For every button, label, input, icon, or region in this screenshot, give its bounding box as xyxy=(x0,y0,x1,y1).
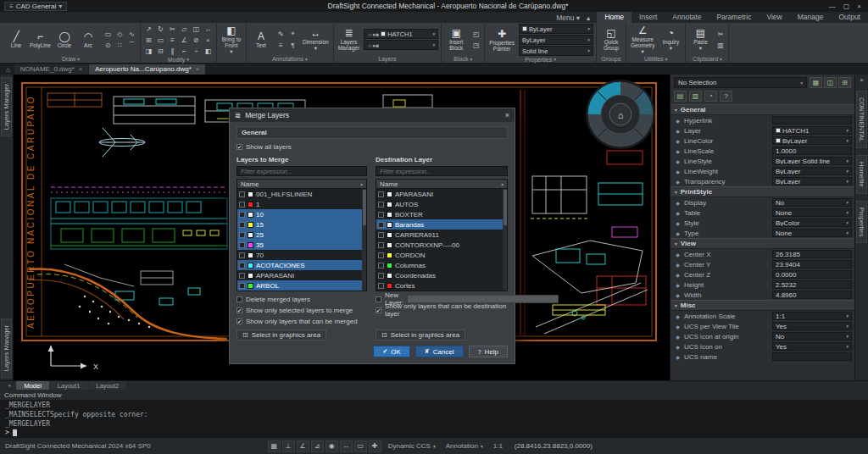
workspace-selector[interactable]: ≡ CAD General ▾ xyxy=(4,2,67,11)
show-all-layers-row[interactable]: Show all layers xyxy=(236,141,508,152)
help-button[interactable]: ? Help xyxy=(469,346,508,357)
scale-value[interactable]: 1:1 xyxy=(490,442,506,450)
layer-checkbox[interactable] xyxy=(378,273,384,279)
annotation-tool-icon[interactable]: ⌖ xyxy=(287,29,298,39)
flyout-caret-icon[interactable]: ▾ xyxy=(720,57,722,62)
modify-tool-icon[interactable]: ∠ xyxy=(179,35,190,45)
layer-checkbox[interactable] xyxy=(378,222,384,228)
sort-ascending-icon[interactable]: ▴ xyxy=(360,181,363,186)
modify-tool-icon[interactable]: × xyxy=(203,35,214,45)
layout-tab[interactable]: Layout1 xyxy=(50,381,88,390)
layer-checkbox[interactable] xyxy=(239,263,245,269)
property-value[interactable]: 0.0000 xyxy=(772,270,852,279)
merge-layer-row[interactable]: ARBOL xyxy=(237,280,362,291)
flyout-caret-icon[interactable]: ▾ xyxy=(470,57,472,62)
modify-tool-icon[interactable]: ✂ xyxy=(167,24,178,34)
merge-option-row[interactable]: Show only layers that can be merged xyxy=(236,316,367,326)
dialog-close-icon[interactable]: × xyxy=(505,111,509,119)
annotation-tool-icon[interactable]: ≡ xyxy=(275,40,287,50)
option-checkbox[interactable] xyxy=(376,307,381,313)
property-value[interactable]: 1:1 xyxy=(772,312,852,320)
props-toolbar-icon[interactable]: ▤ xyxy=(674,91,687,102)
home-icon[interactable]: ⌂ xyxy=(3,66,14,75)
section-header-misc[interactable]: ▾ Misc xyxy=(670,300,854,311)
property-value[interactable]: ByLayer xyxy=(772,136,852,145)
layer-checkbox[interactable] xyxy=(378,252,384,258)
cancel-button[interactable]: ✘ Cancel xyxy=(415,346,464,357)
selection-dropdown[interactable]: No Selection ▾ xyxy=(674,77,807,88)
ribbon-tab[interactable]: Home xyxy=(597,12,632,23)
show-all-layers-checkbox[interactable] xyxy=(236,144,242,150)
merge-list-scrollbar[interactable] xyxy=(362,189,366,291)
ribbon-tab[interactable]: Insert xyxy=(632,12,665,23)
flyout-caret-icon[interactable]: ▾ xyxy=(665,57,668,62)
property-value[interactable] xyxy=(772,116,852,125)
status-toggle-icon[interactable]: ▭ xyxy=(354,440,367,452)
modify-tool-icon[interactable]: ÷ xyxy=(191,46,202,56)
merge-filter-input[interactable] xyxy=(236,166,367,176)
destination-layer-row[interactable]: Barandas xyxy=(376,219,503,230)
block-tool-icon[interactable]: ◰ xyxy=(470,29,481,39)
property-value[interactable]: None xyxy=(772,229,852,237)
home-icon[interactable]: ⌂ xyxy=(618,110,624,120)
palette-tab[interactable]: CONTINENTAL xyxy=(856,91,867,148)
modify-tool-icon[interactable]: ◨ xyxy=(143,46,154,56)
status-toggle-icon[interactable]: ✚ xyxy=(369,440,381,452)
merge-layer-row[interactable]: 15 xyxy=(237,219,362,230)
merge-layer-row[interactable]: 70 xyxy=(237,250,362,260)
property-value[interactable]: None xyxy=(772,208,852,217)
destination-layer-row[interactable]: CONTORXXNP----00 xyxy=(376,240,503,250)
layer-checkbox[interactable] xyxy=(239,202,245,208)
status-toggle-icon[interactable]: ▦ xyxy=(268,440,281,452)
bring-to-front-button[interactable]: ◧ Bring to Front ▾ xyxy=(220,24,243,55)
props-toolbar-icon[interactable]: ◔ xyxy=(704,91,717,102)
draw-tool-button[interactable]: ╱ Line xyxy=(4,24,28,55)
layer-state-icon[interactable]: ■ xyxy=(376,31,379,37)
dimension-button[interactable]: ↔ Dimension ▾ xyxy=(301,24,331,55)
quick-group-button[interactable]: ◱ Quick Group xyxy=(599,24,623,55)
palette-tab[interactable]: Properties xyxy=(856,201,867,243)
layer-checkbox[interactable] xyxy=(378,242,384,248)
dynamic-ccs-toggle[interactable]: Dynamic CCS ▾ xyxy=(385,442,439,450)
status-toggle-icon[interactable]: ⊿ xyxy=(311,440,324,452)
ribbon-tab[interactable]: Manage xyxy=(790,12,832,23)
property-value[interactable]: No xyxy=(772,198,852,207)
command-window[interactable]: Command Window _MERGELAYER_MAINSELECTSpe… xyxy=(0,390,868,437)
destination-list-header[interactable]: Name ▴ xyxy=(376,180,507,189)
collapse-ribbon-icon[interactable]: ▴ xyxy=(587,14,590,22)
destination-layer-row[interactable]: CARRERA911 xyxy=(376,230,503,240)
props-toolbar-icon[interactable]: ▥ xyxy=(689,91,702,102)
merge-layer-row[interactable]: 1 xyxy=(237,199,362,209)
draw-extra-tool-icon[interactable]: ∿ xyxy=(126,29,137,39)
layer-state-icon[interactable]: ■ xyxy=(376,42,379,48)
modify-tool-icon[interactable]: ↻ xyxy=(155,24,166,34)
property-value[interactable]: Yes xyxy=(772,322,852,330)
property-value[interactable]: 4.8960 xyxy=(772,291,852,299)
property-value[interactable]: 26.3185 xyxy=(772,250,852,258)
destination-layer-row[interactable]: AUTOS xyxy=(376,199,503,209)
document-tab[interactable]: NONAME_0.dwg* × xyxy=(14,64,88,75)
draw-extra-tool-icon[interactable]: ▭ xyxy=(103,29,114,39)
destination-layer-row[interactable]: Cortes xyxy=(376,280,503,291)
document-tab[interactable]: Aeropuerto Na...Carúpano.dwg* × xyxy=(89,64,205,75)
layers-manager-palette-tab[interactable]: Layers Manager xyxy=(1,77,12,136)
clipboard-tool-icon[interactable]: ✂ xyxy=(715,29,726,39)
props-toolbar-icon[interactable]: ⊞ xyxy=(838,77,851,88)
close-tab-icon[interactable]: × xyxy=(196,66,199,72)
layer-checkbox[interactable] xyxy=(239,191,245,197)
property-value[interactable]: HATCH1 xyxy=(772,126,852,135)
close-tab-icon[interactable]: × xyxy=(79,66,82,72)
modify-tool-icon[interactable]: ⌐ xyxy=(179,46,190,56)
modify-tool-icon[interactable]: ⊘ xyxy=(191,35,202,45)
layer-checkbox[interactable] xyxy=(239,222,245,228)
ribbon-tab[interactable]: Annotate xyxy=(665,12,709,23)
modify-tool-icon[interactable]: ◧ xyxy=(203,46,214,56)
property-value[interactable]: ByLayer Solid line xyxy=(772,157,852,165)
property-value[interactable]: ByLayer xyxy=(772,177,852,185)
palette-tab[interactable]: Homefile xyxy=(856,155,867,194)
insert-block-button[interactable]: ▣ Insert Block xyxy=(444,24,468,55)
modify-tool-icon[interactable]: ↗ xyxy=(143,24,154,34)
clipboard-tool-icon[interactable]: ▥ xyxy=(715,40,726,50)
property-value[interactable]: Yes xyxy=(772,342,852,351)
layer-checkbox[interactable] xyxy=(378,263,384,269)
